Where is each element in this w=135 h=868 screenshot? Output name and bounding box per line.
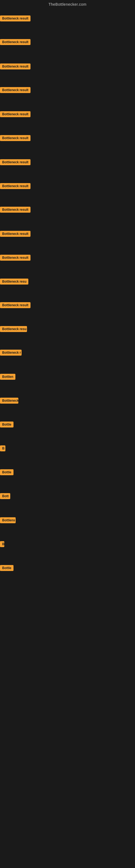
- bottleneck-badge-row-16: Bottleneck: [0, 398, 18, 405]
- bottleneck-badge[interactable]: Bottleneck result: [0, 207, 31, 213]
- bottleneck-badge[interactable]: B: [0, 445, 5, 452]
- bottleneck-badge-row-6: Bottleneck result: [0, 159, 31, 166]
- bottleneck-badge-row-22: B: [0, 541, 4, 548]
- bottleneck-badge[interactable]: Bottleneck result: [0, 135, 31, 141]
- bottleneck-badge-row-10: Bottleneck result: [0, 255, 31, 262]
- bottleneck-badge[interactable]: Bottle: [0, 565, 13, 571]
- bottleneck-badge-row-2: Bottleneck result: [0, 63, 31, 70]
- bottleneck-badge[interactable]: Bottlens: [0, 517, 16, 523]
- site-title: TheBottlenecker.com: [0, 0, 135, 8]
- bottleneck-badge[interactable]: Bottleneck result: [0, 302, 31, 308]
- bottleneck-badge[interactable]: Bottleneck result: [0, 39, 31, 45]
- bottleneck-badge-row-0: Bottleneck result: [0, 16, 31, 23]
- bottleneck-badge-row-4: Bottleneck result: [0, 111, 31, 118]
- bottleneck-badge-row-17: Bottle: [0, 422, 13, 429]
- bottleneck-badge-row-7: Bottleneck result: [0, 183, 31, 190]
- bottleneck-badge[interactable]: Bottleneck resu: [0, 326, 27, 332]
- bottleneck-badge[interactable]: Bottleneck result: [0, 111, 31, 117]
- bottleneck-badge[interactable]: Bottleneck: [0, 398, 18, 404]
- bottleneck-badge[interactable]: Bott: [0, 493, 10, 499]
- bottleneck-badge-row-8: Bottleneck result: [0, 207, 31, 214]
- bottleneck-badge[interactable]: Bottle: [0, 469, 13, 475]
- bottleneck-badge[interactable]: Bottleneck result: [0, 63, 31, 69]
- bottleneck-badge-row-1: Bottleneck result: [0, 39, 31, 46]
- bottleneck-badge[interactable]: Bottleneck result: [0, 183, 31, 189]
- bottleneck-badge[interactable]: Bottleneck r: [0, 350, 21, 355]
- bottleneck-badge[interactable]: Bottle: [0, 422, 13, 428]
- bottleneck-badge-row-15: Bottlen: [0, 374, 15, 381]
- bottleneck-badge-row-11: Bottleneck resu: [0, 279, 28, 286]
- bottleneck-badge-row-9: Bottleneck result: [0, 231, 31, 238]
- bottleneck-badge[interactable]: B: [0, 541, 4, 547]
- bottleneck-badge-row-5: Bottleneck result: [0, 135, 31, 142]
- bottleneck-badge[interactable]: Bottlen: [0, 374, 15, 380]
- bottleneck-badge[interactable]: Bottleneck result: [0, 87, 31, 93]
- bottleneck-badge-row-21: Bottlens: [0, 517, 16, 524]
- bottleneck-badge[interactable]: Bottleneck resu: [0, 279, 28, 284]
- bottleneck-badge-row-23: Bottle: [0, 565, 13, 572]
- bottleneck-badge[interactable]: Bottleneck result: [0, 16, 31, 22]
- bottleneck-badge-row-18: B: [0, 445, 5, 453]
- bottleneck-badge[interactable]: Bottleneck result: [0, 255, 31, 261]
- bottleneck-badge-row-3: Bottleneck result: [0, 87, 31, 94]
- bottleneck-badge-row-14: Bottleneck r: [0, 350, 21, 357]
- bottleneck-badge[interactable]: Bottleneck result: [0, 231, 31, 237]
- bottleneck-badge-row-13: Bottleneck resu: [0, 326, 27, 333]
- bottleneck-badge-row-19: Bottle: [0, 469, 13, 476]
- bottleneck-badge-row-20: Bott: [0, 493, 10, 500]
- bottleneck-badge-row-12: Bottleneck result: [0, 302, 31, 309]
- bottleneck-badge[interactable]: Bottleneck result: [0, 159, 31, 165]
